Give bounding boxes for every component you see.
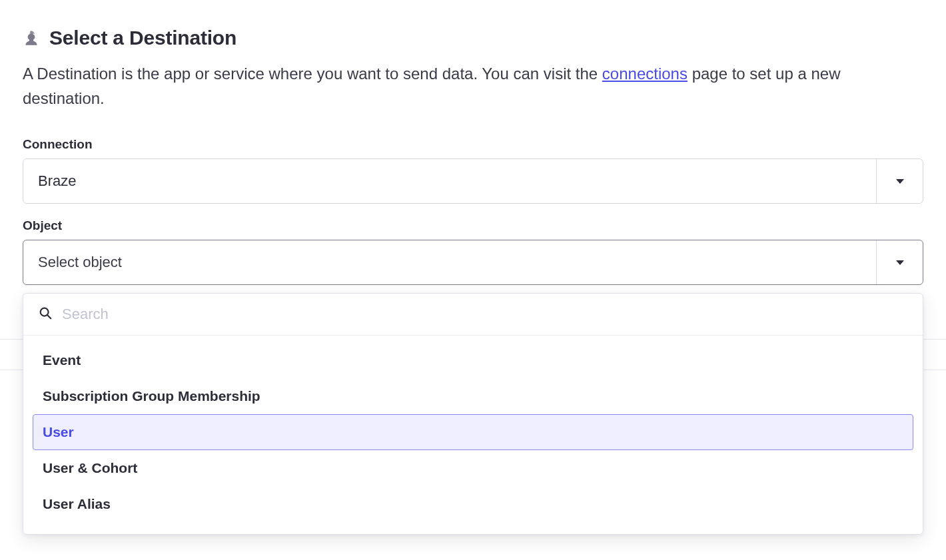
chevron-down-icon: [896, 179, 904, 184]
section-description: A Destination is the app or service wher…: [23, 61, 909, 111]
description-text-prefix: A Destination is the app or service wher…: [23, 65, 602, 83]
dropdown-option[interactable]: User Alias: [33, 486, 913, 522]
object-select-placeholder: Select object: [23, 240, 876, 284]
section-header: Select a Destination: [23, 27, 923, 49]
object-field: Object Select object EventSubscription: [23, 218, 923, 535]
svg-point-0: [41, 308, 49, 316]
dropdown-option[interactable]: User: [33, 414, 913, 450]
object-dropdown: EventSubscription Group MembershipUserUs…: [23, 293, 923, 535]
dropdown-option[interactable]: Event: [33, 342, 913, 378]
connection-field: Connection Braze: [23, 137, 923, 204]
connection-select-caret[interactable]: [876, 159, 923, 203]
page-title: Select a Destination: [49, 27, 236, 49]
connections-link[interactable]: connections: [602, 65, 688, 83]
object-label: Object: [23, 218, 923, 233]
select-destination-panel: Select a Destination A Destination is th…: [0, 0, 946, 535]
destination-icon: [23, 29, 40, 47]
connection-select-value: Braze: [23, 159, 876, 203]
dropdown-search-row: [23, 294, 923, 336]
object-select[interactable]: Select object: [23, 240, 923, 285]
connection-select[interactable]: Braze: [23, 158, 923, 204]
dropdown-options: EventSubscription Group MembershipUserUs…: [23, 336, 923, 534]
dropdown-option[interactable]: User & Cohort: [33, 450, 913, 486]
search-icon: [38, 306, 53, 323]
chevron-down-icon: [896, 260, 904, 265]
object-select-caret[interactable]: [876, 240, 923, 284]
dropdown-search-input[interactable]: [62, 306, 908, 323]
connection-label: Connection: [23, 137, 923, 152]
svg-line-1: [48, 316, 51, 319]
dropdown-option[interactable]: Subscription Group Membership: [33, 378, 913, 414]
